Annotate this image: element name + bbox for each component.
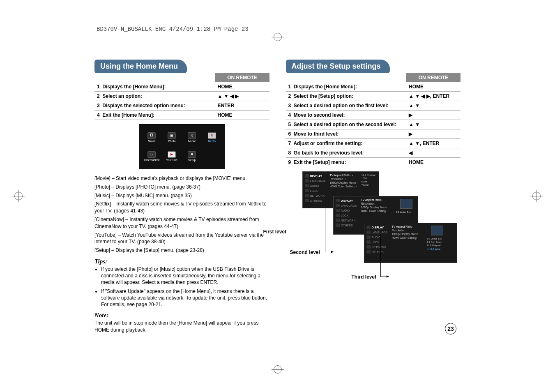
left-column: Using the Home Menu ON REMOTE 1 Displays… <box>94 60 269 334</box>
setup-panel-3: DISPLAY LANGUAGE AUDIO LOCK NETWORK OTHE… <box>364 223 457 263</box>
crop-mark-right <box>530 190 543 202</box>
setup-steps-table: ON REMOTE 1 Displays the [Home Menu]:HOM… <box>286 73 461 167</box>
preview-thumb <box>400 199 412 209</box>
table-row: 4 Exit the [Home Menu]:HOME <box>94 111 269 120</box>
arrow-icon <box>325 252 333 252</box>
connector-line <box>325 208 325 252</box>
tips-list: If you select the [Photo] or [Music] opt… <box>94 266 269 308</box>
crop-mark-top <box>0 31 555 43</box>
crop-mark-left <box>12 190 25 202</box>
netflix-icon: N <box>208 132 216 139</box>
cinemanow-icon: ▭ <box>147 151 156 158</box>
third-level-label: Third level <box>352 274 376 280</box>
table-row: 2 Select an option:▲ ▼ ◀ ▶ <box>94 92 269 101</box>
menu-photo: ▣Photo <box>163 128 181 147</box>
youtube-icon: ▶ <box>168 151 176 158</box>
section-title-setup: Adjust the Setup settings <box>286 60 390 73</box>
table-row: 7 Adjust or confirm the setting:▲ ▼, ENT… <box>286 139 461 148</box>
display-icon <box>305 174 309 178</box>
audio-icon <box>305 184 309 187</box>
menu-cinemanow: ▭CinemaNow <box>143 147 161 166</box>
second-level-label: Second level <box>290 249 320 255</box>
arrow-icon <box>380 277 389 277</box>
menu-netflix: NNetflix <box>203 128 221 147</box>
table-row: 2 Select the [Setup] option:▲ ▼ ◀ ▶, ENT… <box>286 92 461 101</box>
note-heading: Note: <box>94 312 269 319</box>
table-row: 3 Select a desired option on the first l… <box>286 101 461 111</box>
section-title-home: Using the Home Menu <box>94 60 187 73</box>
network-icon <box>305 194 309 197</box>
menu-setup: ✹Setup <box>183 147 201 166</box>
movie-icon: 🎞 <box>147 132 156 139</box>
tips-heading: Tips: <box>94 258 269 265</box>
first-level-label: First level <box>263 229 286 235</box>
setup-levels-diagram: DISPLAY LANGUAGE AUDIO LOCK NETWORK OTHE… <box>286 171 461 282</box>
music-icon: ♫ <box>188 132 196 139</box>
table-row: 4 Move to second level:▶ <box>286 111 461 120</box>
home-menu-screenshot: 🎞Movie ▣Photo ♫Music NNetflix ▭CinemaNow… <box>139 124 225 169</box>
menu-music: ♫Music <box>183 128 201 147</box>
table-row: 9 Exit the [Setup] menu:HOME <box>286 158 461 167</box>
right-column: Adjust the Setup settings ON REMOTE 1 Di… <box>286 60 461 334</box>
menu-descriptions: [Movie] – Start video media's playback o… <box>94 175 269 254</box>
setup-icon: ✹ <box>188 151 196 158</box>
language-icon <box>305 179 309 182</box>
table-row: 5 Select a desired option on the second … <box>286 120 461 129</box>
page-number: 23 <box>445 323 456 334</box>
lock-icon <box>305 189 309 192</box>
table-row: 1 Displays the [Home Menu]:HOME <box>94 82 269 92</box>
table-row: 1 Displays the [Home Menu]:HOME <box>286 82 461 92</box>
table-row: 8 Go back to the previous level:◀ <box>286 148 461 158</box>
note-body: The unit will be in stop mode then the [… <box>94 320 269 334</box>
remote-header: ON REMOTE <box>215 73 269 82</box>
home-steps-table: ON REMOTE 1 Displays the [Home Menu]:HOM… <box>94 73 269 120</box>
others-icon <box>305 199 309 202</box>
menu-movie: 🎞Movie <box>143 128 161 147</box>
connector-line <box>380 234 381 277</box>
menu-youtube: ▶YouTube <box>163 147 181 166</box>
preview-thumb <box>431 226 443 235</box>
table-row: 3 Displays the selected option menu:ENTE… <box>94 101 269 111</box>
table-row: 6 Move to third level:▶ <box>286 129 461 139</box>
crop-mark-bottom <box>0 363 555 376</box>
remote-header: ON REMOTE <box>406 73 461 82</box>
photo-icon: ▣ <box>168 132 176 139</box>
